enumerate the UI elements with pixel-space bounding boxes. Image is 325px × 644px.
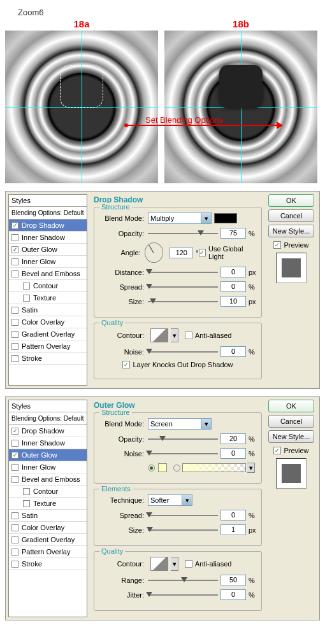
contour-dropdown[interactable]: ▾ bbox=[171, 328, 178, 342]
style-checkbox[interactable] bbox=[11, 270, 18, 277]
contour-picker[interactable] bbox=[150, 328, 168, 342]
style-item-gradient-overlay[interactable]: Gradient Overlay bbox=[9, 328, 87, 340]
color-radio[interactable] bbox=[148, 465, 155, 472]
style-checkbox[interactable] bbox=[11, 440, 18, 447]
style-checkbox[interactable]: ✓ bbox=[11, 452, 18, 459]
style-item-color-overlay[interactable]: Color Overlay bbox=[9, 522, 87, 534]
new-style-button[interactable]: New Style... bbox=[268, 430, 314, 443]
jitter-slider[interactable] bbox=[148, 593, 218, 597]
style-checkbox[interactable] bbox=[11, 524, 18, 531]
style-checkbox[interactable] bbox=[11, 549, 18, 556]
size-input[interactable]: 10 bbox=[220, 296, 246, 307]
styles-header[interactable]: Styles bbox=[9, 400, 87, 412]
style-checkbox[interactable] bbox=[11, 307, 18, 314]
style-item-drop-shadow[interactable]: ✓Drop Shadow bbox=[9, 425, 87, 437]
style-checkbox[interactable] bbox=[11, 512, 18, 519]
distance-slider[interactable] bbox=[148, 270, 218, 274]
noise-slider[interactable] bbox=[148, 350, 218, 354]
noise-input[interactable]: 0 bbox=[220, 448, 246, 459]
opacity-slider[interactable] bbox=[148, 232, 218, 235]
style-checkbox[interactable] bbox=[11, 476, 18, 483]
preview-checkbox[interactable]: ✓ bbox=[273, 447, 281, 454]
style-checkbox[interactable]: ✓ bbox=[11, 246, 18, 253]
angle-dial[interactable] bbox=[145, 242, 164, 263]
style-item-stroke[interactable]: Stroke bbox=[9, 558, 87, 570]
distance-input[interactable]: 0 bbox=[220, 267, 246, 277]
contour-picker[interactable] bbox=[150, 557, 168, 571]
technique-dropdown[interactable]: Softer▾ bbox=[148, 494, 192, 506]
blend-mode-dropdown[interactable]: Multiply▾ bbox=[148, 213, 212, 224]
new-style-button[interactable]: New Style... bbox=[268, 225, 314, 237]
style-checkbox[interactable] bbox=[23, 500, 30, 507]
angle-input[interactable]: 120 bbox=[170, 248, 193, 258]
antialiased-checkbox[interactable] bbox=[185, 332, 192, 339]
style-checkbox[interactable] bbox=[11, 234, 18, 241]
gradient-picker[interactable] bbox=[182, 463, 246, 472]
noise-input[interactable]: 0 bbox=[220, 346, 246, 357]
style-item-texture[interactable]: Texture bbox=[9, 292, 87, 304]
style-checkbox[interactable] bbox=[11, 331, 18, 338]
style-item-contour[interactable]: Contour bbox=[9, 486, 87, 498]
size-slider[interactable] bbox=[148, 300, 218, 304]
spread-slider[interactable] bbox=[148, 514, 218, 517]
style-item-inner-glow[interactable]: Inner Glow bbox=[9, 256, 87, 268]
blend-mode-dropdown[interactable]: Screen▾ bbox=[148, 418, 212, 430]
style-item-inner-shadow[interactable]: Inner Shadow bbox=[9, 232, 87, 244]
style-item-outer-glow[interactable]: ✓Outer Glow bbox=[9, 449, 87, 461]
glow-color-swatch[interactable] bbox=[158, 463, 167, 472]
style-item-contour[interactable]: Contour bbox=[9, 280, 87, 292]
style-item-pattern-overlay[interactable]: Pattern Overlay bbox=[9, 340, 87, 353]
style-item-texture[interactable]: Texture bbox=[9, 498, 87, 510]
blending-options-row[interactable]: Blending Options: Default bbox=[9, 412, 87, 425]
style-item-bevel-and-emboss[interactable]: Bevel and Emboss bbox=[9, 268, 87, 280]
styles-header[interactable]: Styles bbox=[9, 195, 87, 207]
range-input[interactable]: 50 bbox=[220, 575, 246, 585]
opacity-input[interactable]: 20 bbox=[220, 433, 246, 444]
style-item-satin[interactable]: Satin bbox=[9, 304, 87, 316]
knockout-checkbox[interactable]: ✓ bbox=[122, 361, 130, 368]
style-item-drop-shadow[interactable]: ✓Drop Shadow bbox=[9, 220, 87, 232]
jitter-input[interactable]: 0 bbox=[220, 589, 246, 600]
style-item-inner-shadow[interactable]: Inner Shadow bbox=[9, 437, 87, 449]
gradient-dropdown[interactable]: ▾ bbox=[247, 463, 255, 473]
style-checkbox[interactable] bbox=[11, 343, 18, 350]
ok-button[interactable]: OK bbox=[268, 194, 314, 207]
shadow-color-swatch[interactable] bbox=[214, 213, 237, 223]
range-slider[interactable] bbox=[148, 578, 218, 582]
size-slider[interactable] bbox=[148, 528, 218, 532]
style-item-gradient-overlay[interactable]: Gradient Overlay bbox=[9, 534, 87, 546]
spread-slider[interactable] bbox=[148, 285, 218, 289]
style-checkbox[interactable] bbox=[11, 355, 18, 362]
style-checkbox[interactable] bbox=[23, 283, 30, 290]
noise-slider[interactable] bbox=[148, 452, 218, 456]
gradient-radio[interactable] bbox=[173, 465, 180, 472]
cancel-button[interactable]: Cancel bbox=[268, 209, 314, 222]
style-item-pattern-overlay[interactable]: Pattern Overlay bbox=[9, 546, 87, 558]
opacity-slider[interactable] bbox=[148, 437, 218, 441]
size-input[interactable]: 1 bbox=[220, 524, 246, 535]
spread-input[interactable]: 0 bbox=[220, 281, 246, 292]
contour-dropdown[interactable]: ▾ bbox=[171, 557, 178, 571]
style-item-satin[interactable]: Satin bbox=[9, 510, 87, 522]
antialiased-checkbox[interactable] bbox=[185, 560, 192, 568]
style-item-bevel-and-emboss[interactable]: Bevel and Emboss bbox=[9, 473, 87, 486]
preview-checkbox[interactable]: ✓ bbox=[273, 241, 281, 249]
style-checkbox[interactable]: ✓ bbox=[11, 222, 18, 229]
style-checkbox[interactable] bbox=[11, 536, 18, 543]
style-checkbox[interactable]: ✓ bbox=[11, 428, 18, 435]
global-light-checkbox[interactable]: ✓ bbox=[199, 249, 206, 256]
opacity-input[interactable]: 75 bbox=[220, 228, 246, 239]
style-checkbox[interactable] bbox=[11, 464, 18, 471]
ok-button[interactable]: OK bbox=[268, 400, 314, 412]
style-item-outer-glow[interactable]: ✓Outer Glow bbox=[9, 244, 87, 256]
style-checkbox[interactable] bbox=[23, 295, 30, 302]
spread-input[interactable]: 0 bbox=[220, 510, 246, 521]
blending-options-row[interactable]: Blending Options: Default bbox=[9, 207, 87, 220]
style-checkbox[interactable] bbox=[23, 488, 30, 495]
cancel-button[interactable]: Cancel bbox=[268, 415, 314, 428]
style-item-stroke[interactable]: Stroke bbox=[9, 353, 87, 365]
style-checkbox[interactable] bbox=[11, 319, 18, 326]
style-checkbox[interactable] bbox=[11, 561, 18, 568]
style-item-inner-glow[interactable]: Inner Glow bbox=[9, 461, 87, 473]
style-checkbox[interactable] bbox=[11, 258, 18, 265]
